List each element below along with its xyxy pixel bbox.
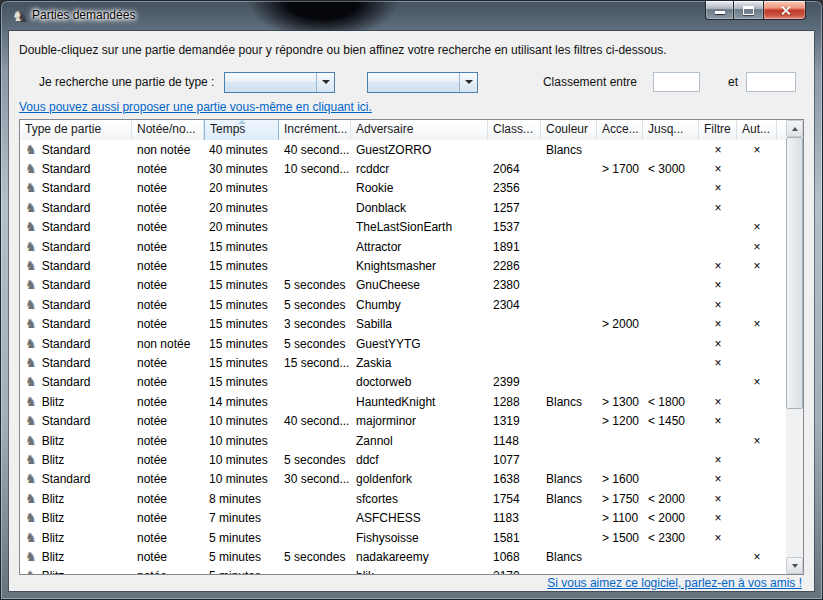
cell-max-rating: < 1800 (643, 395, 699, 409)
table-row[interactable]: ♞Standardnotée10 minutes30 second...gold… (20, 470, 786, 489)
cell-type: ♞Standard (20, 162, 132, 176)
cell-time: 5 minutes (204, 531, 279, 545)
scroll-up-button[interactable] (786, 120, 803, 137)
cell-filter: × (699, 143, 737, 157)
cell-opponent: ASFCHESS (351, 511, 488, 525)
cell-filter: × (699, 356, 737, 370)
cell-type: ♞Blitz (20, 492, 132, 506)
game-type-label: Blitz (42, 434, 65, 448)
column-header-filter[interactable]: Filtre (699, 120, 737, 140)
cell-time: 15 minutes (204, 337, 279, 351)
vertical-scrollbar[interactable] (786, 120, 803, 574)
cell-time: 15 minutes (204, 259, 279, 273)
game-type-label: Blitz (42, 511, 65, 525)
table-row[interactable]: ♞Blitznotée5 minutes5 secondesnadakareem… (20, 547, 786, 566)
cell-time: 30 minutes (204, 162, 279, 176)
scroll-down-button[interactable] (786, 557, 803, 574)
table-row[interactable]: ♞Blitznotée5 minutesblik2170 (20, 567, 786, 574)
cell-rated: notée (132, 278, 204, 292)
table-row[interactable]: ♞Blitznotée7 minutesASFCHESS1183> 1100< … (20, 508, 786, 527)
game-variant-combobox[interactable] (367, 72, 478, 93)
cell-min-rating: > 1300 (597, 395, 643, 409)
cell-rated: notée (132, 453, 204, 467)
table-row[interactable]: ♞Standardnotée15 minutes5 secondesGnuChe… (20, 276, 786, 295)
table-row[interactable]: ♞Standardnotée15 minutes3 secondesSabill… (20, 315, 786, 334)
chess-piece-icon: ♞ (25, 240, 37, 254)
propose-game-link[interactable]: Vous pouvez aussi proposer une partie vo… (19, 100, 372, 114)
rating-max-input[interactable] (746, 72, 796, 92)
game-type-combobox-value (225, 73, 316, 92)
game-type-filter-label: Je recherche une partie de type : (39, 75, 214, 89)
chess-piece-icon: ♞ (25, 298, 37, 312)
table-row[interactable]: ♞Blitznotée14 minutesHauntedKnight1288Bl… (20, 392, 786, 411)
maximize-button[interactable] (734, 1, 763, 20)
game-type-label: Standard (42, 143, 91, 157)
table-row[interactable]: ♞Standardnotée30 minutes10 second...rcdd… (20, 159, 786, 178)
arrow-up-icon (792, 127, 798, 131)
rating-between-label: Classement entre (543, 75, 637, 89)
column-header-min-rating[interactable]: Acce... (597, 120, 643, 140)
table-row[interactable]: ♞Standardnotée20 minutesRookie2356× (20, 179, 786, 198)
table-row[interactable]: ♞Blitznotée8 minutessfcortes1754Blancs> … (20, 489, 786, 508)
table-row[interactable]: ♞Standardnotée15 minutesKnightsmasher228… (20, 256, 786, 275)
cell-auto: × (737, 375, 777, 389)
close-icon (780, 5, 791, 16)
cell-time: 20 minutes (204, 201, 279, 215)
table-row[interactable]: ♞Standardnotée15 minutesAttractor1891× (20, 237, 786, 256)
column-header-max-rating[interactable]: Jusq... (643, 120, 699, 140)
column-header-increment[interactable]: Incrément... (279, 120, 351, 140)
cell-rated: notée (132, 317, 204, 331)
cell-time: 15 minutes (204, 317, 279, 331)
table-row[interactable]: ♞Standardnotée20 minutesDonblack1257× (20, 198, 786, 217)
cell-rated: notée (132, 395, 204, 409)
app-window: ♞ ♞ Parties demandées Double-cliquez sur… (0, 0, 823, 600)
column-header-rated[interactable]: Notée/no... (132, 120, 204, 140)
column-header-color[interactable]: Couleur (541, 120, 597, 140)
chess-piece-icon: ♞ (25, 511, 37, 525)
close-button[interactable] (763, 1, 806, 20)
column-header-type[interactable]: Type de partie (20, 120, 132, 140)
cell-rating: 1638 (488, 472, 541, 486)
cell-rating: 2286 (488, 259, 541, 273)
table-row[interactable]: ♞Standardnon notée40 minutes40 second...… (20, 140, 786, 159)
game-type-label: Standard (42, 201, 91, 215)
column-header-opponent[interactable]: Adversaire (351, 120, 488, 140)
table-row[interactable]: ♞Standardnotée15 minutesdoctorweb2399× (20, 373, 786, 392)
column-header-rating[interactable]: Class... (488, 120, 541, 140)
chess-piece-icon: ♞ (25, 569, 37, 574)
cell-rated: notée (132, 201, 204, 215)
table-row[interactable]: ♞Blitznotée5 minutesFishysoisse1581> 150… (20, 528, 786, 547)
cell-min-rating: > 1200 (597, 414, 643, 428)
cell-time: 10 minutes (204, 414, 279, 428)
table-row[interactable]: ♞Standardnotée15 minutes5 secondesChumby… (20, 295, 786, 314)
cell-type: ♞Blitz (20, 550, 132, 564)
cell-rated: notée (132, 181, 204, 195)
table-row[interactable]: ♞Standardnotée10 minutes40 second...majo… (20, 411, 786, 430)
cell-type: ♞Blitz (20, 434, 132, 448)
scrollbar-thumb[interactable] (786, 137, 803, 409)
cell-type: ♞Standard (20, 356, 132, 370)
title-bar[interactable]: ♞ ♞ Parties demandées (1, 1, 822, 31)
rating-min-input[interactable] (653, 72, 700, 92)
minimize-button[interactable] (705, 1, 734, 20)
table-row[interactable]: ♞Standardnon notée15 minutes5 secondesGu… (20, 334, 786, 353)
game-type-label: Standard (42, 337, 91, 351)
game-type-combobox[interactable] (224, 72, 335, 93)
table-row[interactable]: ♞Standardnotée20 minutesTheLastSionEarth… (20, 218, 786, 237)
cell-rating: 1148 (488, 434, 541, 448)
table-row[interactable]: ♞Blitznotée10 minutesZannol1148× (20, 431, 786, 450)
cell-opponent: Attractor (351, 240, 488, 254)
combobox-dropdown-area[interactable] (316, 73, 334, 92)
table-header: Type de partieNotée/no...TempsIncrément.… (20, 120, 786, 140)
table-row[interactable]: ♞Blitznotée10 minutes5 secondesddcf1077× (20, 450, 786, 469)
column-header-time[interactable]: Temps (204, 120, 279, 140)
table-row[interactable]: ♞Standardnotée15 minutes15 second...Zask… (20, 353, 786, 372)
combobox-dropdown-area[interactable] (459, 73, 477, 92)
cell-rated: notée (132, 414, 204, 428)
cell-increment: 5 secondes (279, 337, 351, 351)
tell-friends-link[interactable]: Si vous aimez ce logiciel, parlez-en à v… (547, 576, 802, 590)
cell-max-rating: < 1450 (643, 414, 699, 428)
column-header-auto[interactable]: Aut... (737, 120, 777, 140)
cell-filter: × (699, 298, 737, 312)
cell-rated: notée (132, 259, 204, 273)
